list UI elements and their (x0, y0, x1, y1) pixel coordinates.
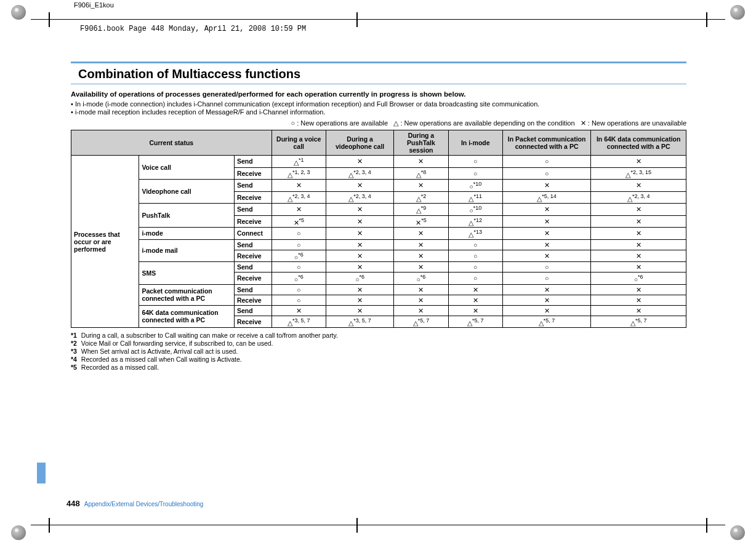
page-number: 448 (66, 499, 80, 508)
cell: ✕ (394, 295, 448, 305)
cell: ✕ (394, 284, 448, 295)
multiaccess-table: Current status During a voice call Durin… (71, 130, 686, 328)
table-row: i-mode mailSend○✕✕○✕✕ (71, 239, 686, 250)
cell: △*5, 7 (394, 316, 448, 328)
footnote: *3 When Set arrival act is Activate, Arr… (71, 348, 686, 355)
intro-text: Availability of operations of processes … (71, 90, 686, 98)
cell: △*2, 3, 4 (326, 167, 393, 180)
cell: △*8 (394, 167, 448, 180)
cell: ✕ (448, 305, 502, 316)
page-tab-marker (37, 463, 46, 483)
cell: △*9 (394, 204, 448, 216)
cell: ✕ (326, 262, 393, 272)
cell: ✕ (326, 239, 393, 250)
page-title: Combination of Multiaccess functions (71, 63, 686, 84)
action-label: Receive (234, 215, 271, 228)
footnote: *4 Recorded as a missed call when Call w… (71, 356, 686, 363)
cell: ✕ (502, 228, 591, 240)
cell: ○ (271, 228, 326, 240)
legend-unavailable: ✕ : New operations are unavailable (581, 119, 686, 127)
cell: △*5, 14 (502, 191, 591, 204)
group-label: Videophone call (139, 180, 235, 204)
intro-bullet: i-mode mail reception includes reception… (71, 108, 686, 116)
cell: ✕ (502, 239, 591, 250)
action-label: Send (234, 262, 271, 272)
cell: ✕ (448, 295, 502, 305)
group-label: SMS (139, 262, 235, 285)
cell: △*5, 7 (591, 316, 686, 328)
action-label: Send (234, 204, 271, 216)
action-label: Receive (234, 250, 271, 262)
table-row: 64K data communication connected with a … (71, 305, 686, 316)
cell: △*11 (448, 191, 502, 204)
group-label: 64K data communication connected with a … (139, 305, 235, 328)
cell: ✕ (326, 215, 393, 228)
cell: ✕ (326, 180, 393, 192)
cell: ○ (448, 272, 502, 285)
cell: △*2, 3, 4 (591, 191, 686, 204)
cell: ✕ (502, 250, 591, 262)
cell: ○*10 (448, 180, 502, 192)
cell: ○ (271, 295, 326, 305)
action-label: Send (234, 284, 271, 295)
cell: ○ (448, 167, 502, 180)
cell: △*3, 5, 7 (326, 316, 393, 328)
cell: ✕ (591, 180, 686, 192)
cell: ✕ (394, 250, 448, 262)
cell: ○ (502, 156, 591, 168)
cell: ✕ (448, 284, 502, 295)
page-footer: 448 Appendix/External Devices/Troublesho… (66, 499, 203, 508)
footnote: *1 During a call, a subscriber to Call w… (71, 332, 686, 339)
cell: ○ (448, 239, 502, 250)
cell: ○ (502, 272, 591, 285)
cell: ✕ (591, 250, 686, 262)
th-col: In Packet communication connected with a… (502, 130, 591, 156)
cell: ✕ (502, 215, 591, 228)
cell: △*2, 3, 15 (591, 167, 686, 180)
cell: ✕ (271, 180, 326, 192)
action-label: Receive (234, 272, 271, 285)
side-header: Processes that occur or are performed (71, 156, 139, 328)
cell: ✕ (591, 262, 686, 272)
cell: ✕ (394, 305, 448, 316)
doc-id: F906i_E1kou (74, 1, 114, 9)
cell: ○*6 (591, 272, 686, 285)
cell: ✕ (502, 295, 591, 305)
cell: ✕ (326, 295, 393, 305)
cell: ✕ (394, 156, 448, 168)
cell: ○*6 (326, 272, 393, 285)
legend-conditional: △ : New operations are available dependi… (393, 119, 574, 127)
cell: △*5, 7 (502, 316, 591, 328)
cell: ○ (271, 262, 326, 272)
cell: ○ (502, 167, 591, 180)
cell: ✕ (394, 180, 448, 192)
cell: ○ (448, 250, 502, 262)
cell: ✕ (394, 228, 448, 240)
crop-line-bottom (31, 518, 725, 533)
cell: ○ (271, 284, 326, 295)
registration-dot (730, 5, 745, 20)
footnotes: *1 During a call, a subscriber to Call w… (71, 332, 686, 371)
cell: ✕ (502, 284, 591, 295)
cell: ○ (271, 239, 326, 250)
cell: ✕ (591, 284, 686, 295)
cell: ✕ (591, 204, 686, 216)
table-row: Packet communication connected with a PC… (71, 284, 686, 295)
group-label: Packet communication connected with a PC (139, 284, 235, 305)
cell: ✕ (591, 305, 686, 316)
group-label: i-mode (139, 228, 235, 240)
th-current-status: Current status (71, 130, 272, 156)
table-row: Processes that occur or are performedVoi… (71, 156, 686, 168)
cell: ✕ (326, 228, 393, 240)
intro-bullets: In i-mode (i-mode connection) includes i… (71, 100, 686, 116)
footnote: *5 Recorded as a missed call. (71, 364, 686, 371)
cell: ✕ (394, 239, 448, 250)
footnote: *2 Voice Mail or Call forwarding service… (71, 340, 686, 347)
page-body: Combination of Multiaccess functions Ava… (71, 62, 686, 372)
cell: ✕ (502, 180, 591, 192)
th-col: During a PushTalk session (394, 130, 448, 156)
cell: △*3, 5, 7 (271, 316, 326, 328)
cell: ✕ (502, 305, 591, 316)
action-label: Send (234, 305, 271, 316)
cell: ○*6 (271, 250, 326, 262)
